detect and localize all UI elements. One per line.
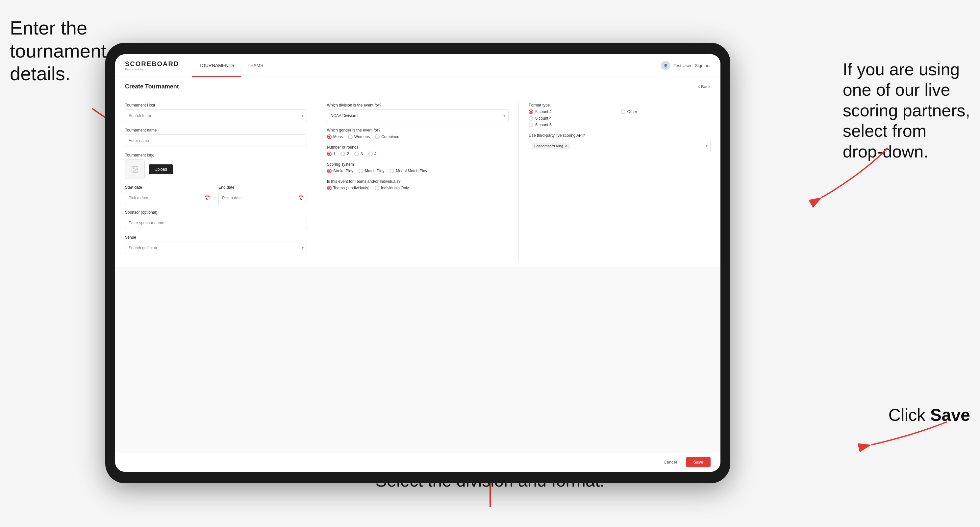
form-footer: Cancel Save [115, 452, 721, 472]
format-type-group: Format type 5 count 4 Other 6 count 4 [529, 103, 711, 127]
sign-out-link[interactable]: Sign out [695, 63, 711, 68]
navbar-logo: SCOREBOARD Powered by clippit [125, 60, 179, 71]
form-container: Tournament Host Tournament name Tourname… [115, 96, 721, 267]
rounds-label: Number of rounds [327, 145, 509, 149]
tournament-host-input[interactable] [125, 110, 307, 122]
left-column: Tournament Host Tournament name Tourname… [125, 103, 307, 260]
user-name: Test User [673, 63, 692, 68]
save-button[interactable]: Save [686, 457, 711, 467]
event-type-group: Is this event for Teams and/or Individua… [327, 179, 509, 190]
event-type-label: Is this event for Teams and/or Individua… [327, 179, 509, 184]
scoring-stroke[interactable]: Stroke Play [327, 169, 353, 173]
tournament-host-label: Tournament Host [125, 103, 307, 108]
page-header: Create Tournament < Back [115, 77, 721, 96]
radio-r3 [354, 152, 359, 156]
tournament-name-group: Tournament name [125, 128, 307, 147]
nav-tournaments[interactable]: TOURNAMENTS [192, 54, 241, 77]
sponsor-input[interactable] [125, 217, 307, 229]
svg-point-6 [133, 168, 134, 169]
radio-individuals [375, 186, 379, 190]
radio-r2 [340, 152, 345, 156]
live-scoring-input[interactable]: Leaderboard King ✕ ▾ [529, 140, 711, 152]
radio-r4 [368, 152, 373, 156]
tournament-logo-label: Tournament logo [125, 153, 307, 157]
tag-close-icon[interactable]: ✕ [565, 144, 568, 148]
live-scoring-tag: Leaderboard King ✕ [531, 143, 570, 149]
format-type-label: Format type [529, 103, 711, 108]
scoring-radio-group: Stroke Play Match Play Medal Match Play [327, 169, 509, 173]
round-2[interactable]: 2 [340, 152, 349, 156]
middle-column: Which division is the event for? NCAA Di… [327, 103, 509, 260]
gender-radio-group: Mens Womens Combined [327, 135, 509, 139]
radio-womens [348, 135, 353, 139]
division-label: Which division is the event for? [327, 103, 509, 108]
radio-medal [390, 169, 394, 173]
round-1[interactable]: 1 [327, 152, 336, 156]
division-select[interactable]: NCAA Division I [327, 110, 509, 122]
tournament-name-label: Tournament name [125, 128, 307, 132]
radio-teams [327, 186, 332, 190]
end-date-label: End date [218, 185, 307, 190]
format-6count5[interactable]: 6 count 5 [529, 123, 619, 127]
cancel-button[interactable]: Cancel [658, 457, 682, 467]
rounds-group: Number of rounds 1 2 3 [327, 145, 509, 156]
annotation-top-right: If you are using one of our live scoring… [843, 59, 970, 162]
col-divider-2 [519, 103, 519, 260]
radio-6count5 [529, 123, 533, 127]
event-individuals[interactable]: Individuals Only [375, 186, 409, 190]
col-divider-1 [317, 103, 317, 260]
radio-match [359, 169, 363, 173]
gender-group: Which gender is the event for? Mens Wome… [327, 128, 509, 139]
scoring-match[interactable]: Match Play [359, 169, 384, 173]
scoring-group: Scoring system Stroke Play Match Play [327, 162, 509, 173]
app-title: SCOREBOARD [125, 60, 179, 68]
right-column: Format type 5 count 4 Other 6 count 4 [529, 103, 711, 260]
form-spacer [115, 267, 721, 452]
gender-mens[interactable]: Mens [327, 135, 343, 139]
dates-group: Start date 📅 End date 📅 [125, 185, 307, 204]
round-4[interactable]: 4 [368, 152, 377, 156]
sponsor-label: Sponsor (optional) [125, 210, 307, 215]
end-date-input[interactable] [218, 192, 307, 204]
radio-other [621, 110, 625, 114]
sponsor-group: Sponsor (optional) [125, 210, 307, 229]
gender-womens[interactable]: Womens [348, 135, 370, 139]
format-other[interactable]: Other [621, 110, 711, 114]
venue-input[interactable] [125, 242, 307, 254]
gender-combined[interactable]: Combined [375, 135, 399, 139]
annotation-top-left: Enter the tournament details. [10, 16, 106, 85]
format-6count4[interactable]: 6 count 4 [529, 116, 619, 121]
scoring-label: Scoring system [327, 162, 509, 167]
avatar: 👤 [661, 61, 670, 70]
radio-combined [375, 135, 380, 139]
back-button[interactable]: < Back [697, 84, 711, 89]
user-area: 👤 Test User Sign out [661, 61, 711, 70]
event-type-radio-group: Teams (+Individuals) Individuals Only [327, 186, 509, 190]
start-date-input[interactable] [125, 192, 213, 204]
radio-stroke [327, 169, 332, 173]
format-type-grid: 5 count 4 Other 6 count 4 [529, 110, 711, 127]
annotation-bottom-right: Click Save [888, 405, 970, 425]
scoring-medal[interactable]: Medal Match Play [390, 169, 427, 173]
tablet-screen: SCOREBOARD Powered by clippit TOURNAMENT… [115, 54, 721, 472]
live-scoring-label: Use third-party live scoring API? [529, 133, 711, 138]
event-teams[interactable]: Teams (+Individuals) [327, 186, 369, 190]
division-group: Which division is the event for? NCAA Di… [327, 103, 509, 122]
round-3[interactable]: 3 [354, 152, 363, 156]
tournament-name-input[interactable] [125, 135, 307, 147]
start-date-label: Start date [125, 185, 213, 190]
tournament-logo-group: Tournament logo Upload [125, 153, 307, 179]
radio-r1 [327, 152, 332, 156]
navbar: SCOREBOARD Powered by clippit TOURNAMENT… [115, 54, 721, 77]
main-nav: TOURNAMENTS TEAMS [192, 54, 661, 76]
upload-button[interactable]: Upload [149, 164, 173, 174]
radio-mens [327, 135, 332, 139]
radio-6count4 [529, 116, 533, 121]
radio-5count4 [529, 110, 533, 114]
venue-group: Venue [125, 235, 307, 254]
format-5count4[interactable]: 5 count 4 [529, 110, 619, 114]
nav-teams[interactable]: TEAMS [241, 54, 270, 77]
tablet-frame: SCOREBOARD Powered by clippit TOURNAMENT… [105, 43, 730, 483]
rounds-radio-group: 1 2 3 4 [327, 152, 509, 156]
page-title: Create Tournament [125, 83, 179, 90]
